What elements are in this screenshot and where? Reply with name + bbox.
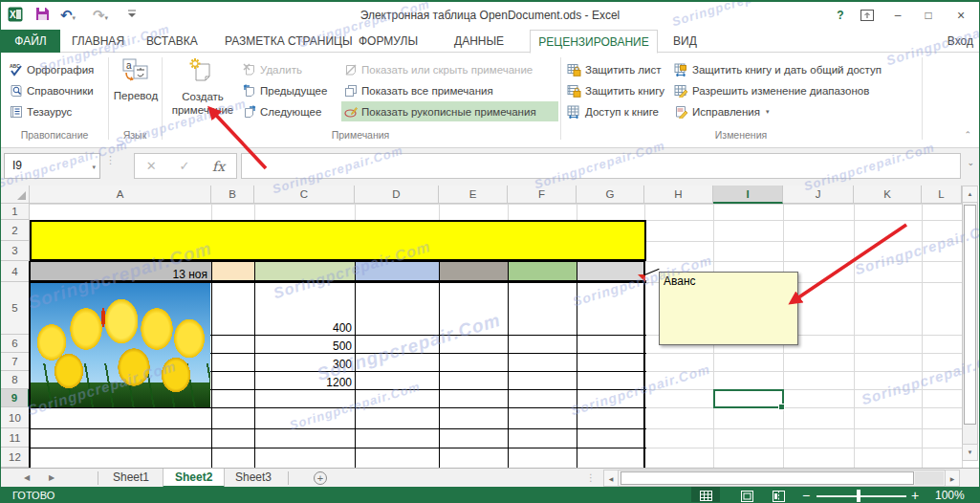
cell-G4[interactable] [577, 261, 645, 283]
column-header-C[interactable]: C [254, 186, 355, 204]
show-hide-comment-button[interactable]: Показать или скрыть примечание [341, 59, 535, 79]
tab-scrollbar-splitter[interactable]: ⋮ [586, 469, 596, 488]
scroll-right-icon[interactable]: ▶ [945, 470, 960, 487]
protect-workbook-button[interactable]: Защитить книгу [564, 80, 667, 100]
zoom-slider-thumb[interactable] [857, 490, 860, 502]
cell-D4[interactable] [355, 261, 440, 283]
tab-data[interactable]: ДАННЫЕ [448, 30, 510, 53]
tab-file[interactable]: ФАЙЛ [1, 30, 60, 53]
tab-home[interactable]: ГЛАВНАЯ [66, 30, 130, 53]
normal-view-button[interactable] [691, 487, 720, 503]
column-header-I[interactable]: I [713, 186, 783, 204]
new-sheet-button[interactable]: + [314, 471, 327, 485]
tab-view[interactable]: ВИД [667, 30, 703, 53]
vertical-scroll-thumb[interactable] [964, 205, 976, 425]
zoom-slider-track[interactable] [817, 495, 906, 497]
formula-bar-splitter[interactable]: ⋮ [105, 157, 116, 163]
ribbon-display-options-button[interactable] [855, 6, 880, 25]
scroll-track[interactable] [915, 471, 944, 485]
insert-function-icon[interactable]: fx [212, 159, 225, 174]
row-header-4[interactable]: 4 [1, 261, 30, 282]
column-header-B[interactable]: B [211, 186, 254, 204]
zoom-level[interactable]: 100% [935, 487, 965, 503]
zoom-out-button[interactable]: − [802, 487, 810, 503]
tab-page-layout[interactable]: РАЗМЕТКА СТРАНИЦЫ [219, 30, 359, 53]
collapse-ribbon-icon[interactable]: ⌃ [964, 130, 971, 140]
research-button[interactable]: Справочники [7, 80, 97, 100]
cell-C5[interactable]: 400 [254, 282, 356, 336]
row-header-6[interactable]: 6 [1, 335, 30, 353]
share-workbook-button[interactable]: Доступ к книге [564, 101, 662, 121]
tab-insert[interactable]: ВСТАВКА [141, 30, 204, 53]
row-header-9[interactable]: 9 [1, 389, 30, 407]
row-header-10[interactable]: 10 [1, 407, 30, 428]
cell-C8[interactable]: 1200 [254, 371, 356, 390]
tab-review[interactable]: РЕЦЕНЗИРОВАНИЕ [530, 30, 658, 54]
thesaurus-button[interactable]: Тезаурус [7, 101, 75, 121]
name-box-caret-icon[interactable]: ▾ [92, 154, 96, 180]
page-layout-view-button[interactable] [732, 487, 761, 503]
column-header-A[interactable]: A [30, 186, 211, 204]
spelling-button[interactable]: ABC Орфография [7, 59, 97, 79]
column-header-D[interactable]: D [355, 186, 439, 204]
protect-sheet-button[interactable]: Защитить лист [564, 59, 664, 79]
column-header-J[interactable]: J [783, 186, 854, 204]
sheet-tab-sheet1[interactable]: Sheet1 [101, 469, 161, 488]
row-header-11[interactable]: 11 [1, 428, 30, 448]
row-header-1[interactable]: 1 [1, 204, 30, 220]
maximize-button[interactable]: □ [916, 6, 941, 25]
column-header-K[interactable]: K [854, 186, 922, 204]
comment-box[interactable]: Аванс [659, 272, 798, 345]
next-comment-button[interactable]: Следующее [240, 101, 324, 121]
new-comment-button[interactable]: Создать примечание [165, 57, 240, 117]
cell-A4[interactable]: 13 ноя [30, 261, 212, 283]
close-button[interactable]: × [948, 6, 973, 25]
row-header-12[interactable]: 12 [1, 448, 30, 468]
row-header-7[interactable]: 7 [1, 353, 30, 371]
show-ink-comments-button[interactable]: Показать рукописные примечания [341, 101, 558, 121]
row-header-2[interactable]: 2 [1, 220, 30, 241]
cell-F4[interactable] [508, 261, 577, 283]
horizontal-scroll-thumb[interactable] [621, 471, 914, 485]
page-break-preview-button[interactable] [764, 487, 793, 503]
tab-formulas[interactable]: ФОРМУЛЫ [353, 30, 424, 53]
allow-edit-ranges-button[interactable]: Разрешить изменение диапазонов [671, 80, 872, 100]
scroll-left-icon[interactable]: ◀ [603, 470, 619, 487]
name-box[interactable]: I9 ▾ [4, 153, 100, 179]
sheet-nav-left-icon[interactable]: ◀ [24, 469, 30, 488]
sheet-tab-sheet2[interactable]: Sheet2 [163, 469, 225, 488]
column-header-G[interactable]: G [577, 186, 644, 204]
cell-E4[interactable] [439, 261, 509, 283]
column-header-E[interactable]: E [439, 186, 508, 204]
formula-input[interactable] [241, 153, 961, 179]
sheet-nav-right-icon[interactable]: ▶ [49, 469, 54, 488]
previous-comment-button[interactable]: Предыдущее [240, 80, 330, 100]
cancel-icon[interactable]: ✕ [146, 159, 157, 173]
sheet-tab-sheet3[interactable]: Sheet3 [224, 469, 283, 488]
column-header-F[interactable]: F [508, 186, 577, 204]
cell-C7[interactable]: 300 [254, 353, 356, 372]
track-changes-button[interactable]: Исправления ▾ [671, 101, 773, 121]
row-header-8[interactable]: 8 [1, 371, 30, 389]
show-all-comments-button[interactable]: Показать все примечания [341, 80, 496, 100]
row-header-3[interactable]: 3 [1, 241, 30, 261]
column-header-L[interactable]: L [922, 186, 962, 204]
scroll-down-icon[interactable]: ▼ [962, 444, 978, 461]
zoom-in-button[interactable]: + [911, 487, 919, 503]
cell-C6[interactable]: 500 [254, 335, 356, 354]
yellow-highlight-band[interactable] [30, 220, 646, 261]
delete-comment-button[interactable]: Удалить [240, 59, 305, 79]
enter-icon[interactable]: ✓ [179, 159, 189, 173]
translate-button[interactable]: a Перевод [110, 57, 162, 102]
cell-C4[interactable] [254, 261, 356, 283]
expand-formula-bar-icon[interactable]: ⌄ [967, 158, 974, 167]
protect-share-workbook-button[interactable]: Защитить книгу и дать общий доступ [671, 59, 884, 79]
selected-cell-I9[interactable] [713, 389, 784, 408]
cell-B4[interactable] [211, 261, 255, 283]
tulips-image[interactable] [31, 283, 210, 407]
column-header-H[interactable]: H [644, 186, 713, 204]
row-header-5[interactable]: 5 [1, 282, 30, 335]
sign-in-link[interactable]: Вход [947, 30, 973, 53]
select-all-corner[interactable] [1, 186, 30, 204]
minimize-button[interactable]: – [885, 6, 910, 25]
